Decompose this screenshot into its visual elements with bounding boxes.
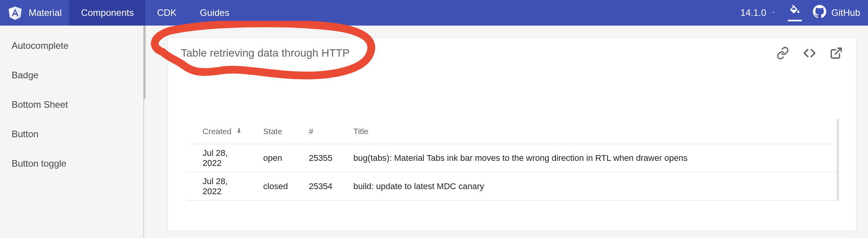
svg-marker-1 (15, 7, 22, 20)
sidebar-item-autocomplete[interactable]: Autocomplete (0, 31, 143, 60)
sidebar-item-label: Badge (12, 70, 38, 80)
open-external-button[interactable] (830, 47, 843, 60)
example-title: Table retrieving data through HTTP (181, 47, 350, 59)
cell-title: bug(tabs): Material Tabs ink bar moves t… (338, 144, 837, 172)
data-table: Created State # (187, 119, 837, 201)
table-row: Jul 28, 2022 closed 25354 build: update … (187, 172, 837, 201)
view-source-button[interactable] (803, 46, 816, 60)
sidebar-item-badge[interactable]: Badge (0, 60, 143, 90)
table-shadow (837, 119, 839, 201)
nav-tabs: Components CDK Guides (69, 0, 241, 26)
nav-item-components[interactable]: Components (69, 0, 145, 26)
version-label: 14.1.0 (741, 7, 767, 18)
angular-logo-icon (8, 5, 22, 21)
theme-picker-button[interactable] (787, 4, 803, 21)
column-header-number[interactable]: # (293, 119, 338, 144)
chevron-down-icon (770, 9, 777, 16)
example-card: Table retrieving data through HTTP (167, 37, 856, 231)
cell-title: build: update to latest MDC canary (338, 172, 837, 201)
format-color-fill-icon (789, 4, 801, 19)
column-header-title[interactable]: Title (338, 119, 837, 144)
github-label: GitHub (831, 7, 860, 18)
cell-number: 25354 (293, 172, 338, 201)
table-header-row: Created State # (187, 119, 837, 144)
underline (788, 20, 802, 21)
version-selector[interactable]: 14.1.0 (741, 7, 777, 18)
sidebar-item-bottom-sheet[interactable]: Bottom Sheet (0, 90, 143, 119)
nav-item-cdk[interactable]: CDK (145, 0, 188, 26)
cell-created: Jul 28, 2022 (187, 144, 248, 172)
column-header-created[interactable]: Created (187, 119, 248, 144)
sidebar-item-label: Bottom Sheet (12, 99, 68, 110)
sidebar-item-button-toggle[interactable]: Button toggle (0, 149, 143, 178)
sidebar-item-label: Button (12, 129, 38, 139)
svg-line-2 (835, 48, 841, 54)
github-icon (813, 5, 827, 21)
sidebar-item-label: Button toggle (12, 158, 66, 169)
example-actions (776, 46, 843, 60)
brand[interactable]: Material (8, 5, 69, 21)
data-table-wrap: Created State # (187, 119, 837, 201)
example-card-header: Table retrieving data through HTTP (168, 38, 856, 69)
sidebar-item-label: Autocomplete (12, 40, 69, 51)
top-navbar: Material Components CDK Guides 14.1.0 (0, 0, 868, 26)
cell-state: open (248, 144, 294, 172)
github-link[interactable]: GitHub (813, 5, 860, 21)
cell-created: Jul 28, 2022 (187, 172, 248, 201)
nav-item-guides[interactable]: Guides (188, 0, 241, 26)
cell-number: 25355 (293, 144, 338, 172)
cell-state: closed (248, 172, 294, 201)
arrow-down-icon (235, 127, 242, 136)
sidebar-item-button[interactable]: Button (0, 119, 143, 149)
topbar-right: 14.1.0 GitHub (741, 4, 860, 21)
column-header-state[interactable]: State (248, 119, 294, 144)
copy-link-button[interactable] (776, 47, 789, 60)
sidebar: Autocomplete Badge Bottom Sheet Button B… (0, 26, 144, 238)
main-content: Table retrieving data through HTTP (144, 26, 868, 238)
brand-label: Material (29, 7, 62, 18)
table-row: Jul 28, 2022 open 25355 bug(tabs): Mater… (187, 144, 837, 172)
